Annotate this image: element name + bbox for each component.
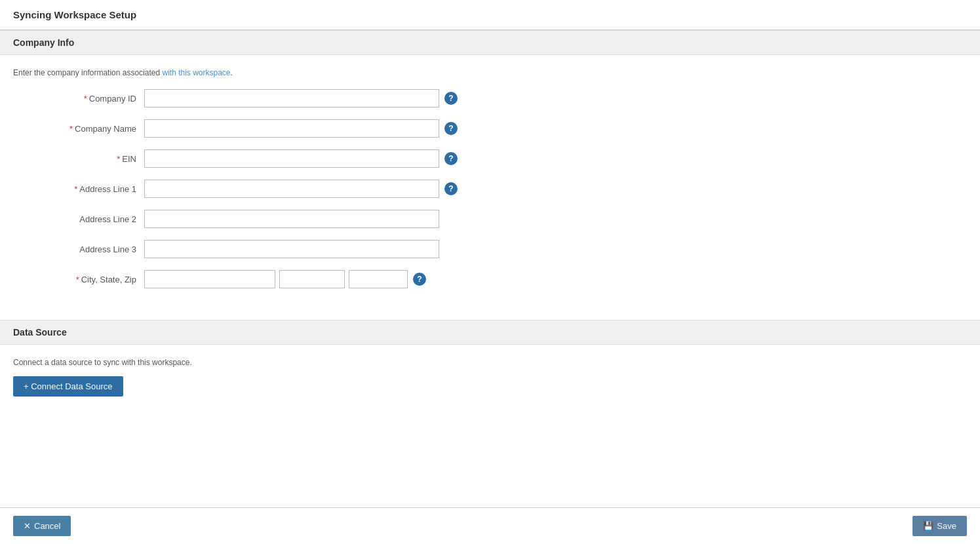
data-source-body: Connect a data source to sync with this … xyxy=(0,345,980,416)
address-line3-row: Address Line 3 xyxy=(13,240,967,258)
required-star: * xyxy=(76,275,79,284)
company-id-help-icon[interactable]: ? xyxy=(444,92,458,105)
company-name-label: *Company Name xyxy=(13,124,144,134)
required-star: * xyxy=(69,124,73,134)
address-line2-input[interactable] xyxy=(144,210,439,228)
address-line1-label: *Address Line 1 xyxy=(13,184,144,194)
ein-row: *EIN ? xyxy=(13,149,967,168)
company-name-help-icon[interactable]: ? xyxy=(444,122,458,135)
city-state-zip-help-icon[interactable]: ? xyxy=(413,273,426,286)
required-star: * xyxy=(84,94,87,104)
company-id-row: *Company ID ? xyxy=(13,89,967,107)
address-line1-input[interactable] xyxy=(144,180,439,198)
zip-input[interactable] xyxy=(349,270,408,288)
company-id-label: *Company ID xyxy=(13,94,144,104)
ein-label: *EIN xyxy=(13,154,144,164)
company-name-input[interactable] xyxy=(144,119,439,138)
data-source-section: Data Source Connect a data source to syn… xyxy=(0,320,980,416)
page-title: Syncing Workspace Setup xyxy=(0,0,980,30)
city-state-zip-row: *City, State, Zip ? xyxy=(13,270,967,288)
company-info-header: Company Info xyxy=(0,30,980,55)
company-info-description: Enter the company information associated… xyxy=(13,68,967,77)
city-state-zip-label: *City, State, Zip xyxy=(13,275,144,284)
data-source-header: Data Source xyxy=(0,320,980,345)
connect-data-source-button[interactable]: + Connect Data Source xyxy=(13,376,123,397)
required-star: * xyxy=(74,184,77,194)
address-line3-input[interactable] xyxy=(144,240,439,258)
required-star: * xyxy=(117,154,120,164)
company-id-input[interactable] xyxy=(144,89,439,107)
address-line2-row: Address Line 2 xyxy=(13,210,967,228)
address-line1-row: *Address Line 1 ? xyxy=(13,180,967,198)
company-info-body: Enter the company information associated… xyxy=(0,55,980,320)
company-name-row: *Company Name ? xyxy=(13,119,967,138)
city-input[interactable] xyxy=(144,270,275,288)
state-input[interactable] xyxy=(279,270,345,288)
address-line2-label: Address Line 2 xyxy=(13,214,144,224)
ein-input[interactable] xyxy=(144,149,439,168)
address-line1-help-icon[interactable]: ? xyxy=(444,182,458,195)
address-line3-label: Address Line 3 xyxy=(13,244,144,254)
ein-help-icon[interactable]: ? xyxy=(444,152,458,165)
data-source-description: Connect a data source to sync with this … xyxy=(13,358,967,367)
